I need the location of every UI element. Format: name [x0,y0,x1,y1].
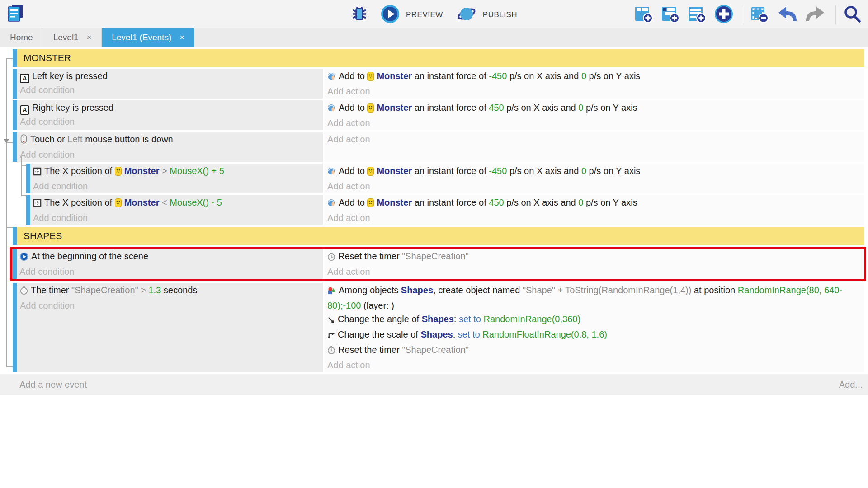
tree-line [21,195,26,196]
event-bar [26,164,30,193]
add-condition-button[interactable]: Add condition [20,299,321,312]
preview-button[interactable]: PREVIEW [381,5,443,25]
action-reset-timer[interactable]: Reset the timer "ShapeCreation" [327,343,861,358]
subevent-xposition-lt: The X position of Monster < MouseX() - 5… [26,195,864,225]
event-bar [13,69,17,99]
add-new-event-button[interactable]: Add a new event [19,380,87,390]
scale-icon [327,329,335,343]
undo-button[interactable] [777,5,797,25]
condition-left-key[interactable]: ALeft key is pressed [20,69,321,83]
keyboard-icon: A [20,105,29,115]
add-action-button[interactable]: Add action [327,132,861,146]
tree-line [21,165,26,166]
action-add-force[interactable]: Add to Monster an instant force of 450 p… [327,101,861,116]
group-title: MONSTER [24,52,71,63]
condition-touch-mouse[interactable]: Touch or Left mouse button is down [20,132,321,148]
action-cell: Add to Monster an instant force of -450 … [324,164,864,193]
action-cell: Add to Monster an instant force of -450 … [324,69,864,99]
add-action-button[interactable]: Add action [327,358,861,372]
tab-level1-events[interactable]: Level1 (Events) × [102,28,194,47]
monster-object-icon [367,197,374,211]
position-icon [33,197,42,211]
add-more-button[interactable]: Add... [839,380,863,390]
events-footer: Add a new event Add... [0,374,868,395]
action-change-angle[interactable]: Change the angle of Shapes: set to Rando… [327,312,861,328]
condition-timer[interactable]: The timer "ShapeCreation" > 1.3 seconds [20,283,321,299]
add-action-button[interactable]: Add action [327,116,861,130]
search-button[interactable] [843,5,862,25]
add-action-button[interactable]: Add action [327,211,861,225]
tree-line [6,227,13,228]
highlight-red-border: At the beginning of the scene Add condit… [10,247,866,281]
tab-close-icon[interactable]: × [179,33,184,42]
tab-home[interactable]: Home [0,28,43,47]
action-add-force[interactable]: Add to Monster an instant force of 450 p… [327,196,861,211]
action-create-object[interactable]: Among objects Shapes, create object name… [327,283,861,312]
add-choose-event-button[interactable] [714,5,733,25]
redo-button[interactable] [805,5,826,25]
action-add-force[interactable]: Add to Monster an instant force of -450 … [327,69,861,84]
tab-close-icon[interactable]: × [87,33,92,42]
action-cell: Add to Monster an instant force of 450 p… [324,195,864,225]
event-bar [13,283,17,372]
event-begin-scene: At the beginning of the scene Add condit… [12,249,864,279]
add-condition-button[interactable]: Add condition [19,265,321,278]
condition-cell: The X position of Monster < MouseX() - 5… [30,195,324,225]
group-header-shapes[interactable]: SHAPES [13,227,864,245]
debugger-button[interactable] [351,5,371,25]
subevent-xposition-gt: The X position of Monster > MouseX() + 5… [26,164,864,193]
add-subevent-button[interactable] [661,5,680,25]
group-header-monster[interactable]: MONSTER [13,49,864,67]
action-reset-timer[interactable]: Reset the timer "ShapeCreation" [327,249,860,265]
add-action-button[interactable]: Add action [327,84,861,98]
action-change-scale[interactable]: Change the scale of Shapes: set to Rando… [327,328,861,343]
event-bar [13,132,17,162]
force-icon [327,166,336,179]
publish-button[interactable]: PUBLISH [457,5,517,25]
delete-selection-button[interactable] [750,5,769,25]
mouse-icon [20,134,28,148]
tab-label: Level1 [53,33,79,42]
condition-cell: The timer "ShapeCreation" > 1.3 seconds … [17,283,324,372]
angle-icon [327,314,335,328]
toolbar-separator [835,5,836,24]
condition-begin-scene[interactable]: At the beginning of the scene [19,249,321,265]
bug-icon [351,5,368,25]
add-condition-button[interactable]: Add condition [33,211,321,225]
add-comment-button[interactable] [688,5,707,25]
condition-xposition-gt[interactable]: The X position of Monster > MouseX() + 5 [33,164,321,179]
action-cell: Add action [324,132,864,162]
force-icon [327,71,336,84]
play-scene-icon [19,251,28,265]
add-condition-button[interactable]: Add condition [20,115,321,128]
play-icon [381,5,400,25]
add-action-button[interactable]: Add action [327,265,860,278]
event-touch-mouse: Touch or Left mouse button is down Add c… [13,132,864,162]
action-add-force[interactable]: Add to Monster an instant force of -450 … [327,164,861,179]
timer-icon [20,285,28,299]
condition-cell: ALeft key is pressed Add condition [17,69,324,99]
event-bar [12,249,17,279]
condition-right-key[interactable]: ARight key is pressed [20,101,321,115]
add-condition-button[interactable]: Add condition [20,148,321,161]
events-sheet: MONSTER ALeft key is pressed Add conditi… [0,47,868,395]
collapse-arrow-icon[interactable] [4,139,9,143]
add-action-button[interactable]: Add action [327,179,861,193]
condition-cell: The X position of Monster > MouseX() + 5… [30,164,324,193]
preview-label: PREVIEW [406,10,443,19]
tab-scene-level1[interactable]: Level1 × [43,28,102,47]
event-bar [26,195,30,225]
condition-cell: At the beginning of the scene Add condit… [17,249,324,279]
add-event-button[interactable] [634,5,653,25]
add-condition-button[interactable]: Add condition [33,179,321,193]
add-condition-button[interactable]: Add condition [20,83,321,97]
event-left-key: ALeft key is pressed Add condition Add t… [13,69,864,99]
tab-bar: Home Level1 × Level1 (Events) × [0,28,868,47]
timer-icon [327,345,335,358]
condition-xposition-lt[interactable]: The X position of Monster < MouseX() - 5 [33,196,321,211]
keyboard-icon: A [20,74,29,83]
tab-label: Home [10,33,33,42]
monster-object-icon [115,197,122,211]
event-timer: The timer "ShapeCreation" > 1.3 seconds … [13,283,864,372]
force-icon [327,197,336,211]
